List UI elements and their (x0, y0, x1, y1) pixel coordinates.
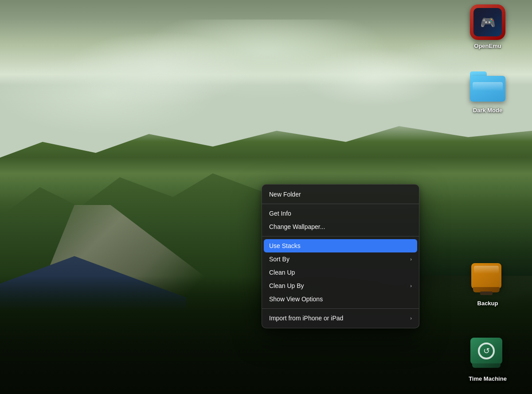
desktop-icon-backup[interactable]: Backup (466, 262, 510, 307)
timemachine-icon-label: Time Machine (469, 375, 507, 383)
darkmode-icon-image (470, 69, 505, 104)
menu-item-get-info[interactable]: Get Info (262, 207, 419, 220)
menu-section-2: Get Info Change Wallpaper... (262, 206, 419, 234)
hdd-connector (480, 292, 493, 295)
openemu-icon-graphic (470, 4, 505, 40)
backup-icon-label: Backup (477, 300, 498, 307)
menu-item-clean-up-by-label: Clean Up By (269, 282, 304, 289)
desktop-icon-openemu[interactable]: OpenEmu (466, 4, 510, 50)
menu-item-clean-up-by[interactable]: Clean Up By › (262, 279, 419, 292)
menu-item-show-view-options[interactable]: Show View Options (262, 292, 419, 306)
menu-item-get-info-label: Get Info (269, 210, 291, 217)
tm-arrow-icon: ↺ (483, 346, 490, 356)
sort-by-arrow-icon: › (410, 256, 412, 262)
menu-item-clean-up-label: Clean Up (269, 269, 295, 276)
openemu-icon-label: OpenEmu (474, 43, 501, 50)
menu-section-4: Import from iPhone or iPad › (262, 311, 419, 326)
tm-body: ↺ (470, 338, 502, 364)
menu-item-use-stacks[interactable]: Use Stacks (264, 239, 417, 252)
folder-icon-graphic (470, 71, 505, 102)
menu-item-sort-by[interactable]: Sort By › (262, 252, 419, 266)
hdd-body (471, 263, 501, 289)
openemu-icon-image (470, 4, 505, 40)
menu-item-sort-by-label: Sort By (269, 256, 289, 263)
menu-item-import-iphone[interactable]: Import from iPhone or iPad › (262, 311, 419, 325)
backup-icon-image (470, 262, 505, 297)
menu-item-new-folder-label: New Folder (269, 191, 301, 198)
import-iphone-arrow-icon: › (410, 315, 412, 321)
menu-item-change-wallpaper-label: Change Wallpaper... (269, 223, 325, 230)
darkmode-icon-label: Dark Mode (473, 107, 502, 114)
menu-item-change-wallpaper[interactable]: Change Wallpaper... (262, 220, 419, 233)
desktop-icon-timemachine[interactable]: ↺ Time Machine (466, 337, 510, 383)
tm-circle: ↺ (478, 343, 495, 359)
menu-item-new-folder[interactable]: New Folder (262, 188, 419, 201)
tm-icon-graphic: ↺ (470, 338, 505, 372)
menu-separator-2 (262, 236, 419, 236)
menu-separator-3 (262, 308, 419, 309)
tm-base (472, 363, 501, 368)
menu-section-1: New Folder (262, 187, 419, 202)
desktop-icon-darkmode[interactable]: Dark Mode (466, 69, 510, 114)
hdd-shine (474, 266, 499, 274)
timemachine-icon-image: ↺ (470, 337, 505, 373)
clean-up-by-arrow-icon: › (410, 283, 412, 288)
menu-item-clean-up[interactable]: Clean Up (262, 266, 419, 279)
menu-section-3: Use Stacks Sort By › Clean Up Clean Up B… (262, 238, 419, 307)
hdd-icon-graphic (471, 263, 505, 296)
menu-item-use-stacks-label: Use Stacks (269, 242, 301, 249)
context-menu: New Folder Get Info Change Wallpaper... … (262, 184, 419, 328)
folder-shine (473, 82, 503, 91)
menu-separator-1 (262, 204, 419, 204)
menu-item-import-iphone-label: Import from iPhone or iPad (269, 315, 343, 322)
folder-body (470, 76, 505, 102)
menu-item-show-view-options-label: Show View Options (269, 296, 323, 303)
